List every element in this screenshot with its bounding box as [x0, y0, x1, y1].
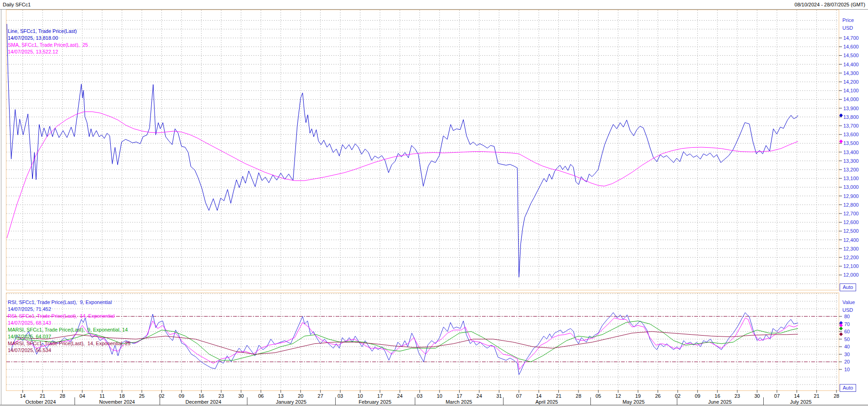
legend-price-line-value: 14/07/2025, 13,818.00: [8, 35, 58, 41]
date-tick-label: 19: [635, 393, 641, 399]
date-tick-label: 24: [477, 393, 482, 399]
legend-marsi9-label: MARSI, SFCc1, Trade Price(Last), 9, Expo…: [8, 327, 128, 333]
price-autoscale-button[interactable]: Auto: [840, 283, 856, 291]
month-separator: [677, 397, 677, 405]
month-label: December 2024: [186, 399, 221, 405]
date-tick-label: 28: [834, 393, 839, 399]
date-tick-label: 10: [437, 393, 442, 399]
price-tick-label: 14,400: [843, 62, 859, 67]
price-axis-unit: USD: [842, 25, 853, 31]
date-tick-label: 17: [456, 393, 462, 399]
price-axis-title: Price: [842, 17, 854, 23]
date-tick-label: 21: [814, 393, 820, 399]
price-tick-label: 14,200: [843, 79, 859, 85]
value-tick-label: 50: [844, 337, 850, 342]
date-tick-label: 04: [80, 393, 85, 399]
month-separator: [415, 397, 415, 405]
date-tick-label: 17: [377, 393, 383, 399]
legend-rsi9-value: 14/07/2025, 71.452: [8, 306, 51, 312]
month-label: April 2025: [536, 399, 558, 405]
date-tick-label: 20: [298, 393, 303, 399]
date-tick-label: 07: [516, 393, 522, 399]
date-tick-label: 23: [219, 393, 224, 399]
date-tick-label: 03: [338, 393, 343, 399]
date-tick-label: 16: [715, 393, 720, 399]
price-tick-label: 12,800: [843, 202, 859, 208]
date-tick-label: 13: [278, 393, 284, 399]
value-axis-unit: USD: [842, 307, 853, 313]
price-tick-label: 12,000: [843, 272, 859, 278]
value-tick-label: 60: [844, 329, 850, 334]
price-tick-label: 13,800: [843, 114, 859, 120]
date-tick-label: 21: [40, 393, 45, 399]
price-tick-label: 13,000: [843, 184, 859, 190]
price-tick-label: 12,400: [843, 237, 859, 243]
price-tick-label: 12,200: [843, 255, 859, 260]
legend-rsi14-value: 14/07/2025, 68.143: [8, 320, 51, 326]
month-label: November 2024: [99, 399, 135, 405]
date-tick-label: 14: [536, 393, 541, 399]
date-tick-label: 02: [675, 393, 680, 399]
date-tick-label: 11: [100, 393, 105, 399]
price-tick-label: 13,300: [843, 158, 859, 164]
date-tick-label: 18: [119, 393, 125, 399]
price-tick-label: 13,500: [843, 140, 859, 146]
price-tick-label: 12,600: [843, 219, 859, 225]
price-tick-label: 14,000: [843, 96, 859, 102]
month-label: October 2024: [25, 399, 56, 405]
month-label: January 2025: [276, 399, 306, 405]
date-tick-label: 26: [655, 393, 660, 399]
price-tick-label: 12,100: [843, 263, 859, 269]
legend-rsi9-label: RSI, SFCc1, Trade Price(Last), 9, Expone…: [8, 299, 112, 305]
month-separator: [75, 397, 75, 405]
date-tick-label: 14: [794, 393, 799, 399]
date-tick-label: 09: [695, 393, 700, 399]
chart-window: Daily SFCc1 08/10/2024 - 28/07/2025 (GMT…: [0, 0, 868, 406]
date-tick-label: 28: [576, 393, 581, 399]
month-label: March 2025: [445, 399, 472, 405]
value-tick-label: 70: [844, 321, 850, 327]
price-tick-label: 14,600: [843, 44, 859, 49]
month-label: February 2025: [359, 399, 391, 405]
value-tick-label: 80: [844, 314, 850, 319]
legend-sma-value: 14/07/2025, 13,522.12: [8, 49, 58, 55]
date-tick-label: 06: [258, 393, 263, 399]
date-tick-label: 24: [397, 393, 402, 399]
price-tick-label: 14,700: [843, 35, 859, 41]
date-tick-label: 27: [318, 393, 323, 399]
month-separator: [763, 397, 764, 405]
legend-marsi9-value: 14/07/2025, 64.037: [8, 334, 51, 340]
value-tick-label: 40: [844, 344, 850, 349]
legend-rsi14-label: RSI, SFCc1, Trade Price(Last), 14, Expon…: [8, 313, 115, 319]
month-separator: [247, 397, 247, 405]
month-separator: [335, 397, 336, 405]
month-separator: [160, 397, 160, 405]
month-separator: [590, 397, 591, 405]
value-tick-label: 30: [844, 352, 850, 357]
date-tick-label: 03: [417, 393, 423, 399]
value-tick-label: 10: [844, 367, 850, 372]
price-tick-label: 14,500: [843, 53, 859, 58]
price-tick-label: 12,700: [843, 211, 859, 216]
rsi-autoscale-button[interactable]: Auto: [840, 384, 856, 392]
price-tick-label: 13,600: [843, 132, 859, 137]
month-label: May 2025: [622, 399, 644, 405]
price-tick-label: 14,300: [843, 70, 859, 76]
legend-sma-label: SMA, SFCc1, Trade Price(Last), 25: [8, 42, 88, 48]
price-tick-label: 12,500: [843, 228, 859, 234]
date-tick-label: 10: [357, 393, 363, 399]
date-tick-label: 21: [556, 393, 561, 399]
date-tick-label: 14: [20, 393, 26, 399]
date-tick-label: 07: [774, 393, 780, 399]
date-tick-label: 23: [734, 393, 740, 399]
legend-marsi14-value: 14/07/2025, 56.534: [8, 347, 51, 353]
month-label: June 2025: [708, 399, 731, 405]
date-tick-label: 30: [238, 393, 244, 399]
date-tick-label: 31: [496, 393, 502, 399]
price-tick-label: 13,400: [843, 150, 859, 155]
month-label: July 2025: [790, 399, 811, 405]
legend-price-line-label: Line, SFCc1, Trade Price(Last): [8, 28, 77, 34]
date-tick-label: 25: [139, 393, 145, 399]
date-tick-label: 12: [616, 393, 621, 399]
price-tick-label: 13,100: [843, 176, 859, 181]
